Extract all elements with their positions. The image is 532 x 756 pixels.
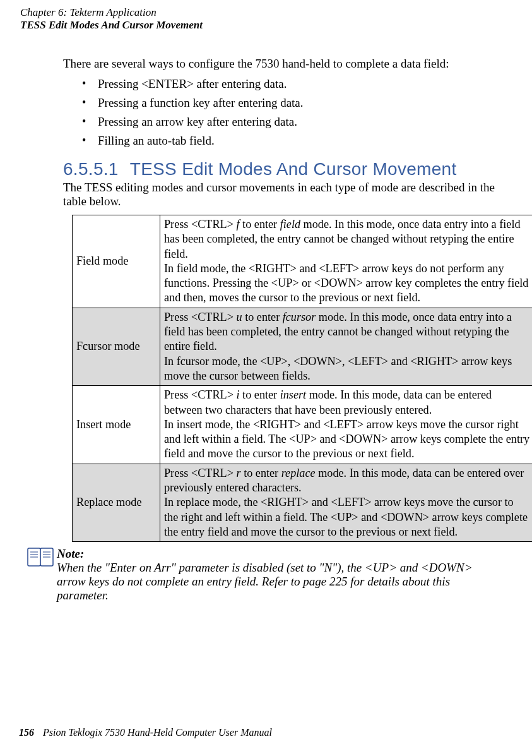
list-item: Filling an auto-tab field. (82, 134, 507, 148)
mode-description: Press <CTRL> f to enter field mode. In t… (160, 215, 533, 308)
section-header: TESS Edit Modes And Cursor Movement (20, 19, 513, 32)
intro-paragraph: There are several ways to configure the … (63, 57, 507, 71)
chapter-header: Chapter 6: Tekterm Application (20, 6, 513, 19)
list-item: Pressing <ENTER> after entering data. (82, 77, 507, 91)
note-book-icon (27, 547, 57, 571)
heading-title: TESS Edit Modes And Cursor Movement (130, 159, 457, 179)
bullet-list: Pressing <ENTER> after entering data. Pr… (63, 77, 507, 148)
list-item: Pressing a function key after entering d… (82, 96, 507, 110)
table-row: Insert mode Press <CTRL> i to enter inse… (73, 386, 533, 464)
note-text: When the "Enter on Arr" parameter is dis… (57, 561, 473, 603)
table-row: Field mode Press <CTRL> f to enter field… (73, 215, 533, 308)
footer-title: Psion Teklogix 7530 Hand-Held Computer U… (43, 727, 272, 738)
page-number: 156 (19, 727, 34, 738)
mode-label: Replace mode (73, 464, 160, 541)
table-row: Fcursor mode Press <CTRL> u to enter fcu… (73, 308, 533, 385)
mode-description: Press <CTRL> u to enter fcursor mode. In… (160, 308, 533, 385)
mode-label: Field mode (73, 215, 160, 308)
section-heading: 6.5.5.1TESS Edit Modes And Cursor Moveme… (63, 159, 513, 179)
modes-table: Field mode Press <CTRL> f to enter field… (72, 215, 532, 542)
table-intro: The TESS editing modes and cursor moveme… (63, 181, 507, 208)
mode-label: Fcursor mode (73, 308, 160, 385)
note-block: Note: When the "Enter on Arr" parameter … (19, 547, 513, 603)
note-label: Note: (57, 547, 92, 561)
list-item: Pressing an arrow key after entering dat… (82, 115, 507, 129)
heading-number: 6.5.5.1 (63, 159, 119, 179)
page-footer: 156 Psion Teklogix 7530 Hand-Held Comput… (19, 727, 272, 738)
table-row: Replace mode Press <CTRL> r to enter rep… (73, 464, 533, 541)
mode-label: Insert mode (73, 386, 160, 464)
mode-description: Press <CTRL> i to enter insert mode. In … (160, 386, 533, 464)
mode-description: Press <CTRL> r to enter replace mode. In… (160, 464, 533, 541)
